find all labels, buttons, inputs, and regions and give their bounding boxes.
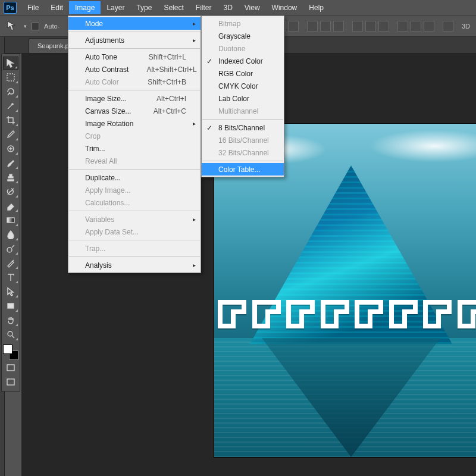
menu-item-shortcut: Shift+Ctrl+B [130, 78, 186, 86]
tool-zoom[interactable] [3, 328, 18, 341]
menu-item-label: Crop [85, 132, 101, 140]
menu-item-shortcut: Alt+Ctrl+C [136, 107, 186, 115]
image-menu-auto-contrast[interactable]: Auto ContrastAlt+Shift+Ctrl+L [68, 63, 201, 76]
mode-menu-grayscale[interactable]: Grayscale [202, 30, 284, 42]
mode-menu-separator [202, 161, 283, 161]
menu-3d[interactable]: 3D [217, 1, 238, 14]
image-menu-apply-image: Apply Image... [68, 184, 201, 196]
svg-rect-6 [7, 365, 14, 371]
menu-window[interactable]: Window [266, 1, 303, 14]
tool-blur[interactable] [3, 228, 18, 241]
menu-layer[interactable]: Layer [101, 1, 130, 14]
check-icon: ✓ [206, 124, 212, 132]
3d-mode-icon[interactable] [443, 21, 453, 32]
tool-lasso[interactable] [3, 85, 18, 98]
tool-hand[interactable] [3, 314, 18, 327]
distribute-icon[interactable] [365, 21, 376, 32]
tool-healing[interactable] [3, 142, 18, 155]
menu-item-shortcut: Shift+Ctrl+L [131, 53, 186, 61]
menu-item-label: Calculations... [85, 199, 130, 207]
menu-select[interactable]: Select [158, 1, 189, 14]
tool-quick-mask[interactable] [3, 361, 18, 374]
distribute-icon[interactable] [352, 21, 363, 32]
image-menu-analysis[interactable]: Analysis [68, 259, 201, 271]
image-menu-crop: Crop [68, 130, 201, 142]
decorative-cloud [369, 130, 476, 162]
image-menu-separator [69, 32, 200, 32]
tool-stamp[interactable] [3, 171, 18, 184]
menu-item-label: Indexed Color [218, 57, 263, 65]
menu-type[interactable]: Type [130, 1, 158, 14]
menu-item-label: Image Size... [85, 95, 127, 103]
autoselect-label: Auto- [44, 23, 60, 30]
mode-menu-rgb-color[interactable]: RGB Color [202, 67, 284, 80]
tool-screen-mode[interactable] [3, 375, 18, 389]
image-menu-auto-tone[interactable]: Auto ToneShift+Ctrl+L [68, 51, 201, 63]
svg-rect-4 [8, 303, 14, 308]
check-icon: ✓ [206, 57, 212, 65]
tool-marquee[interactable] [3, 71, 18, 84]
tool-move[interactable] [3, 57, 18, 70]
menu-item-label: CMYK Color [218, 82, 258, 90]
menu-filter[interactable]: Filter [190, 1, 218, 14]
tool-gradient[interactable] [3, 214, 18, 227]
menu-help[interactable]: Help [303, 1, 330, 14]
tool-dodge[interactable] [3, 242, 18, 255]
menu-item-label: 16 Bits/Channel [218, 136, 269, 145]
tool-eyedropper[interactable] [3, 128, 18, 141]
tool-crop[interactable] [3, 114, 18, 127]
distribute-icon[interactable] [424, 21, 434, 32]
image-menu-canvas-size[interactable]: Canvas Size...Alt+Ctrl+C [68, 105, 201, 117]
alignment-icon-group: 3D [262, 21, 470, 32]
svg-point-5 [8, 331, 12, 336]
tool-path-select[interactable] [3, 285, 18, 298]
align-icon[interactable] [307, 21, 318, 32]
mode-menu-16-bits-channel: 16 Bits/Channel [202, 134, 284, 146]
image-menu-trim[interactable]: Trim... [68, 142, 201, 155]
mode-menu-lab-color[interactable]: Lab Color [202, 92, 284, 105]
menu-image[interactable]: Image [69, 1, 101, 14]
mode-menu-color-table[interactable]: Color Table... [202, 163, 284, 176]
tool-type[interactable] [3, 271, 18, 284]
tool-eraser[interactable] [3, 199, 18, 212]
tool-pen[interactable] [3, 256, 18, 270]
tool-rectangle[interactable] [3, 299, 18, 312]
color-swatches[interactable] [3, 345, 18, 360]
distribute-icon[interactable] [378, 21, 389, 32]
align-icon[interactable] [333, 21, 344, 32]
menu-item-label: Image Rotation [85, 120, 133, 128]
svg-rect-7 [7, 379, 14, 385]
mode-menu-indexed-color[interactable]: ✓Indexed Color [202, 55, 284, 67]
menu-item-label: Duotone [218, 45, 245, 53]
menu-item-label: Apply Data Set... [85, 228, 139, 236]
distribute-icon[interactable] [397, 21, 408, 32]
mode-menu-bitmap: Bitmap [202, 17, 284, 30]
align-icon[interactable] [320, 21, 331, 32]
menu-item-label: 32 Bits/Channel [218, 149, 269, 157]
menu-file[interactable]: File [21, 1, 45, 14]
image-menu-mode[interactable]: Mode [68, 17, 201, 30]
image-menu-adjustments[interactable]: Adjustments [68, 34, 201, 46]
image-menu-image-size[interactable]: Image Size...Alt+Ctrl+I [68, 92, 201, 105]
menu-view[interactable]: View [239, 1, 266, 14]
menu-item-label: Grayscale [218, 32, 250, 40]
image-menu-duplicate[interactable]: Duplicate... [68, 171, 201, 184]
mode-menu-multichannel: Multichannel [202, 105, 284, 117]
menu-item-label: Canvas Size... [85, 107, 131, 115]
mode-submenu: BitmapGrayscaleDuotone✓Indexed ColorRGB … [201, 15, 284, 177]
chevron-down-icon[interactable]: ▾ [24, 23, 27, 29]
image-menu-image-rotation[interactable]: Image Rotation [68, 117, 201, 130]
mode-menu-cmyk-color[interactable]: CMYK Color [202, 80, 284, 92]
tool-history-brush[interactable] [3, 185, 18, 198]
align-icon[interactable] [288, 21, 299, 32]
menu-edit[interactable]: Edit [45, 1, 69, 14]
menu-item-label: Auto Color [85, 78, 119, 86]
tool-wand[interactable] [3, 99, 18, 112]
image-menu-separator [69, 211, 200, 211]
tool-brush[interactable] [3, 156, 18, 170]
menu-item-shortcut: Alt+Ctrl+I [139, 95, 186, 103]
distribute-icon[interactable] [411, 21, 421, 32]
autoselect-checkbox[interactable] [32, 23, 39, 30]
threeD-label: 3D [462, 23, 470, 30]
mode-menu-8-bits-channel[interactable]: ✓8 Bits/Channel [202, 121, 284, 134]
